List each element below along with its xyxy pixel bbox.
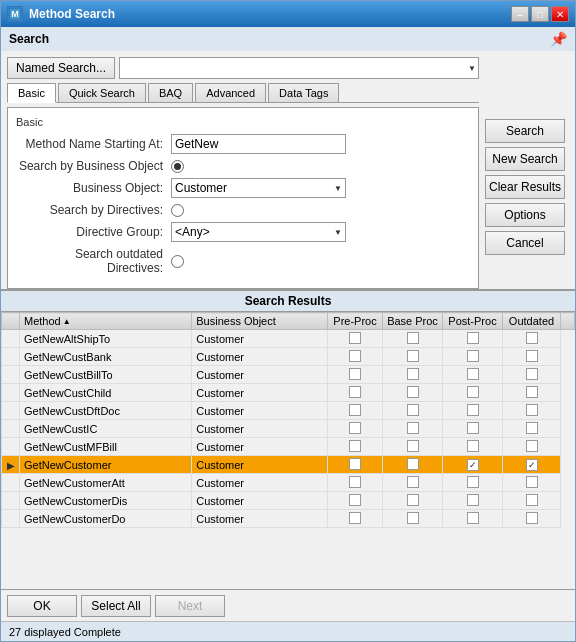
checkbox[interactable] [349,332,361,344]
bo-cell: Customer [192,384,328,402]
checkbox[interactable] [349,368,361,380]
method-name-input[interactable] [171,134,346,154]
checkbox[interactable] [349,440,361,452]
checkbox[interactable] [526,422,538,434]
table-row[interactable]: GetNewCustomerAtt Customer [2,474,575,492]
col-post-proc[interactable]: Post-Proc [443,313,503,330]
checkbox[interactable] [349,386,361,398]
checkbox[interactable] [407,404,419,416]
checkbox[interactable] [349,422,361,434]
table-row[interactable]: GetNewCustChild Customer [2,384,575,402]
checkbox[interactable] [467,440,479,452]
checkbox[interactable] [526,476,538,488]
next-button[interactable]: Next [155,595,225,617]
pin-icon[interactable]: 📌 [550,31,567,47]
tab-quick-search[interactable]: Quick Search [58,83,146,102]
checkbox[interactable] [526,512,538,524]
main-window: M Method Search – □ ✕ Search 📌 Named Sea… [0,0,576,642]
ok-button[interactable]: OK [7,595,77,617]
table-row[interactable]: GetNewCustomerDis Customer [2,492,575,510]
table-row[interactable]: GetNewAltShipTo Customer [2,330,575,348]
named-search-combo[interactable]: ▼ [119,57,479,79]
col-base-proc[interactable]: Base Proc [383,313,443,330]
col-outdated[interactable]: Outdated [503,313,561,330]
checkbox[interactable] [407,476,419,488]
results-scroll-area[interactable]: Method ▲ Business Object Pre-Proc Base P… [1,312,575,589]
checkbox[interactable] [407,512,419,524]
checkbox[interactable] [526,404,538,416]
checkbox[interactable] [526,386,538,398]
table-row[interactable]: GetNewCustDftDoc Customer [2,402,575,420]
checkbox[interactable] [526,332,538,344]
checkbox[interactable] [467,332,479,344]
checkbox[interactable] [526,368,538,380]
checkbox[interactable] [467,476,479,488]
outdated-radio[interactable] [171,255,184,268]
checkbox[interactable] [407,386,419,398]
checkbox[interactable] [407,494,419,506]
close-button[interactable]: ✕ [551,6,569,22]
checkbox[interactable] [526,440,538,452]
col-scrollbar-header [561,313,575,330]
tab-data-tags[interactable]: Data Tags [268,83,339,102]
checkbox[interactable] [407,350,419,362]
table-row[interactable]: GetNewCustMFBill Customer [2,438,575,456]
checkbox[interactable] [349,404,361,416]
checkbox[interactable] [349,350,361,362]
checkbox[interactable] [349,458,361,470]
pre-proc-cell [328,510,383,528]
bottom-bar: OK Select All Next [1,589,575,621]
table-row[interactable]: GetNewCustIC Customer [2,420,575,438]
checkbox[interactable] [407,422,419,434]
cancel-button[interactable]: Cancel [485,231,565,255]
select-all-button[interactable]: Select All [81,595,151,617]
business-object-combo[interactable]: Customer ▼ [171,178,346,198]
col-business-object[interactable]: Business Object [192,313,328,330]
checkbox[interactable] [526,494,538,506]
checkbox[interactable] [467,422,479,434]
base-proc-cell [383,438,443,456]
col-method[interactable]: Method ▲ [20,313,192,330]
checkbox[interactable] [467,494,479,506]
table-row[interactable]: GetNewCustBillTo Customer [2,366,575,384]
checkbox[interactable] [407,368,419,380]
checkbox[interactable] [467,404,479,416]
checkbox[interactable] [407,458,419,470]
tab-basic[interactable]: Basic [7,83,56,103]
search-directives-radio[interactable] [171,204,184,217]
bo-cell: Customer [192,456,328,474]
table-row[interactable]: GetNewCustBank Customer [2,348,575,366]
base-proc-cell [383,474,443,492]
new-search-button[interactable]: New Search [485,147,565,171]
search-button[interactable]: Search [485,119,565,143]
checkbox[interactable] [349,494,361,506]
maximize-button[interactable]: □ [531,6,549,22]
tab-advanced[interactable]: Advanced [195,83,266,102]
table-row[interactable]: GetNewCustomerDo Customer [2,510,575,528]
col-pre-proc[interactable]: Pre-Proc [328,313,383,330]
checkbox[interactable]: ✓ [467,459,479,471]
checkbox[interactable] [407,440,419,452]
results-table-container: Method ▲ Business Object Pre-Proc Base P… [1,312,575,589]
bo-cell: Customer [192,348,328,366]
search-by-bo-radio[interactable] [171,160,184,173]
bo-cell: Customer [192,366,328,384]
clear-results-button[interactable]: Clear Results [485,175,565,199]
directive-group-combo[interactable]: <Any> ▼ [171,222,346,242]
checkbox[interactable] [349,512,361,524]
outdated-cell [503,384,561,402]
checkbox[interactable]: ✓ [526,459,538,471]
checkbox[interactable] [349,476,361,488]
checkbox[interactable] [467,512,479,524]
named-search-button[interactable]: Named Search... [7,57,115,79]
options-button[interactable]: Options [485,203,565,227]
minimize-button[interactable]: – [511,6,529,22]
checkbox[interactable] [526,350,538,362]
checkbox[interactable] [467,386,479,398]
checkbox[interactable] [407,332,419,344]
outdated-cell [503,330,561,348]
table-row[interactable]: ▶ GetNewCustomer Customer ✓ ✓ [2,456,575,474]
checkbox[interactable] [467,368,479,380]
checkbox[interactable] [467,350,479,362]
tab-baq[interactable]: BAQ [148,83,193,102]
